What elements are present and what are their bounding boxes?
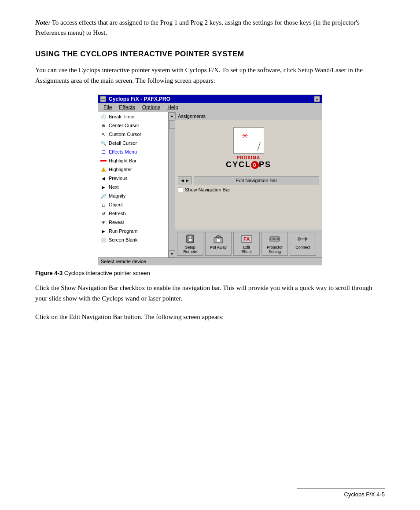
note-block: Note: To access effects that are assigne… (35, 18, 385, 37)
figure-caption-text: Cyclops interactive pointer screen (63, 270, 150, 276)
list-item-detail-cursor[interactable]: 🔍 Detail Cursor (98, 139, 168, 147)
assignments-label: Assignments (175, 112, 322, 120)
list-label-detail-cursor: Detail Cursor (109, 140, 137, 146)
setup-remote-icon (184, 234, 196, 244)
detail-cursor-icon: 🔍 (100, 139, 107, 147)
svg-rect-5 (191, 240, 192, 241)
scroll-down-arrow[interactable]: ▼ (169, 250, 176, 257)
highlighter-icon (100, 166, 107, 173)
list-label-screen-blank: Screen Blank (109, 237, 137, 242)
put-away-icon (212, 234, 225, 244)
list-item-center-cursor[interactable]: ⊕ Center Cursor (98, 121, 168, 130)
menu-help[interactable]: Help (164, 104, 182, 111)
edit-effect-button[interactable]: FX Edit Effect (233, 232, 260, 256)
page-footer: Cyclops F/X 4-5 (297, 488, 385, 498)
list-label-refresh: Refresh (109, 211, 126, 216)
sys-menu-button[interactable]: — (100, 96, 106, 102)
maximize-button[interactable]: ▲ (314, 96, 320, 102)
cyclops-o: O (251, 161, 259, 169)
list-item-reveal[interactable]: 👁 Reveal (98, 218, 168, 227)
window-titlebar: — Cyclops F/X - PXFX.PRO ▲ (98, 95, 322, 103)
svg-marker-8 (215, 235, 222, 238)
list-item-highlight-bar[interactable]: Highlight Bar (98, 156, 168, 165)
list-item-screen-blank[interactable]: ⬜ Screen Blank (98, 235, 168, 244)
left-panel-wrapper: 🕐 Break Timer ⊕ Center Cursor ↖ Custom C… (98, 112, 175, 257)
svg-rect-2 (189, 239, 190, 240)
projector-setting-button[interactable]: Projector Setting (262, 232, 288, 256)
list-label-highlighter: Highlighter (109, 167, 132, 172)
svg-rect-22 (298, 238, 300, 240)
connect-icon (297, 234, 309, 244)
list-item-object[interactable]: ◻ Object (98, 200, 168, 209)
svg-rect-9 (217, 239, 220, 242)
connect-label: Connect (295, 245, 310, 249)
body-text-1: You can use the Cyclops interactive poin… (35, 65, 385, 86)
note-label: Note: (35, 19, 50, 26)
logo-box: ✳ ╲ (233, 127, 264, 154)
show-nav-label: Show Navigation Bar (185, 187, 230, 192)
edit-effect-label: Edit Effect (242, 245, 252, 254)
list-label-break-timer: Break Timer (109, 114, 135, 119)
svg-rect-4 (189, 240, 190, 241)
menu-file[interactable]: File (100, 104, 115, 111)
effects-list-items: 🕐 Break Timer ⊕ Center Cursor ↖ Custom C… (98, 112, 168, 257)
list-label-reveal: Reveal (109, 220, 124, 225)
list-item-previous[interactable]: ◀ Previous (98, 174, 168, 183)
nav-arrows-button[interactable]: ◄► (178, 176, 192, 184)
magnify-icon: 🔎 (100, 192, 107, 199)
menu-effects[interactable]: Effects (115, 104, 138, 111)
reveal-icon: 👁 (100, 219, 107, 226)
connect-button[interactable]: Connect (290, 232, 316, 256)
effects-menu-icon: ☰ (100, 148, 107, 155)
edit-nav-bar-button[interactable]: Edit Navigation Bar (194, 176, 319, 184)
list-item-effects-menu[interactable]: ☰ Effects Menu (98, 147, 168, 156)
logo-arrow: ╲ (254, 142, 263, 151)
show-nav-row: Show Navigation Bar (178, 187, 230, 192)
body-text-3: Click on the Edit Navigation Bar button.… (35, 312, 385, 322)
list-item-run-program[interactable]: ▶ Run Program (98, 227, 168, 235)
list-label-effects-menu: Effects Menu (109, 149, 137, 154)
list-label-previous: Previous (109, 176, 128, 181)
list-label-next: Next (109, 184, 119, 190)
figure-label: Figure 4-3 (35, 270, 63, 276)
edit-effect-icon: FX (240, 234, 253, 244)
cyclops-text-ps: PS (259, 160, 271, 169)
menubar: File Effects Options Help (98, 103, 322, 112)
svg-rect-6 (190, 239, 191, 241)
custom-cursor-icon: ↖ (100, 131, 107, 138)
put-away-button[interactable]: Put Away (205, 232, 232, 256)
list-label-custom-cursor: Custom Cursor (109, 132, 141, 137)
projector-setting-label: Projector Setting (267, 245, 283, 254)
projector-setting-icon (269, 234, 281, 244)
scroll-up-arrow[interactable]: ▲ (169, 112, 176, 119)
list-label-magnify: Magnify (109, 193, 126, 198)
menu-options[interactable]: Options (139, 104, 164, 111)
proxima-text: PROXIMA (237, 155, 261, 160)
list-item-highlighter[interactable]: Highlighter (98, 165, 168, 174)
list-item-break-timer[interactable]: 🕐 Break Timer (98, 112, 168, 121)
section-heading: USING THE CYCLOPS INTERACTIVE POINTER SY… (35, 50, 385, 59)
body-text-2: Click the Show Navigation Bar checkbox t… (35, 283, 385, 304)
cyclops-text: CYCLOPS (226, 160, 271, 169)
scroll-thumb[interactable] (169, 120, 175, 129)
list-item-next[interactable]: ▶ Next (98, 183, 168, 191)
put-away-label: Put Away (210, 245, 226, 249)
titlebar-left: — Cyclops F/X - PXFX.PRO (100, 96, 170, 102)
logo-star: ✳ (242, 131, 248, 141)
break-timer-icon: 🕐 (100, 113, 107, 120)
list-scrollbar[interactable]: ▲ ▼ (168, 112, 175, 257)
list-label-object: Object (109, 202, 123, 207)
list-item-refresh[interactable]: ↺ Refresh (98, 209, 168, 218)
screen-blank-icon: ⬜ (100, 236, 107, 243)
setup-remote-button[interactable]: Setup Remote (177, 232, 203, 256)
window-title: Cyclops F/X - PXFX.PRO (109, 96, 170, 102)
list-item-custom-cursor[interactable]: ↖ Custom Cursor (98, 130, 168, 139)
svg-marker-21 (305, 237, 308, 241)
show-nav-checkbox[interactable] (178, 187, 183, 192)
window-body: 🕐 Break Timer ⊕ Center Cursor ↖ Custom C… (98, 112, 322, 257)
setup-remote-label: Setup Remote (183, 245, 197, 254)
footer-text: Cyclops F/X 4-5 (344, 491, 385, 498)
screenshot-window: — Cyclops F/X - PXFX.PRO ▲ File Effects … (98, 95, 322, 265)
list-label-run-program: Run Program (109, 228, 137, 234)
list-item-magnify[interactable]: 🔎 Magnify (98, 191, 168, 200)
